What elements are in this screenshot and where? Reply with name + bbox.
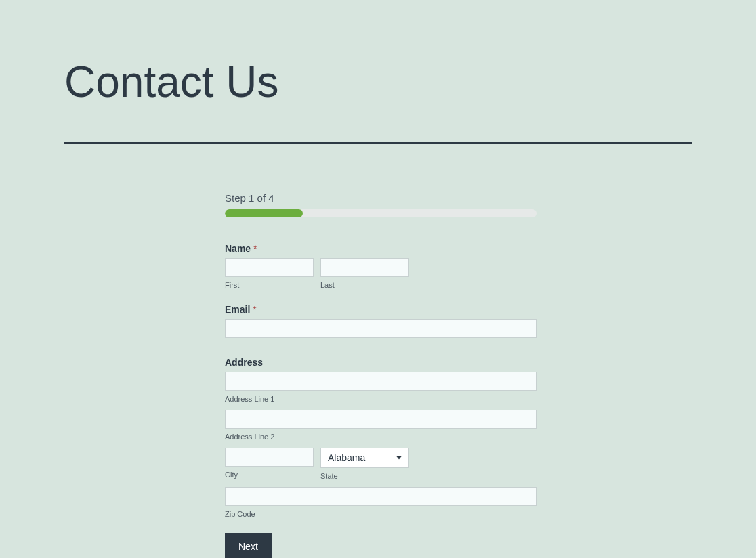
address-line1-sublabel: Address Line 1	[225, 395, 537, 403]
zip-input[interactable]	[225, 487, 537, 506]
progress-bar	[225, 209, 537, 217]
address-line2-sublabel: Address Line 2	[225, 433, 537, 441]
city-input[interactable]	[225, 448, 314, 467]
page-title: Contact Us	[64, 57, 692, 107]
first-name-sublabel: First	[225, 281, 314, 289]
state-selected-text: Alabama	[328, 452, 365, 463]
state-sublabel: State	[320, 472, 409, 480]
last-name-input[interactable]	[320, 258, 409, 277]
state-select[interactable]: Alabama	[320, 448, 409, 468]
zip-sublabel: Zip Code	[225, 510, 537, 518]
required-mark: *	[253, 304, 256, 315]
contact-form: Step 1 of 4 Name * First Last	[225, 192, 537, 558]
title-divider	[64, 142, 692, 144]
address-label: Address	[225, 357, 537, 368]
email-label: Email *	[225, 304, 537, 315]
last-name-sublabel: Last	[320, 281, 409, 289]
city-sublabel: City	[225, 471, 314, 479]
chevron-down-icon	[396, 456, 402, 460]
required-mark: *	[253, 243, 257, 254]
progress-fill	[225, 209, 303, 217]
step-indicator: Step 1 of 4	[225, 192, 537, 204]
first-name-input[interactable]	[225, 258, 314, 277]
name-label-text: Name	[225, 243, 251, 254]
email-input[interactable]	[225, 319, 537, 338]
next-button[interactable]: Next	[225, 533, 272, 558]
address-line2-input[interactable]	[225, 410, 537, 429]
address-line1-input[interactable]	[225, 372, 537, 391]
name-label: Name *	[225, 243, 537, 254]
email-label-text: Email	[225, 304, 250, 315]
